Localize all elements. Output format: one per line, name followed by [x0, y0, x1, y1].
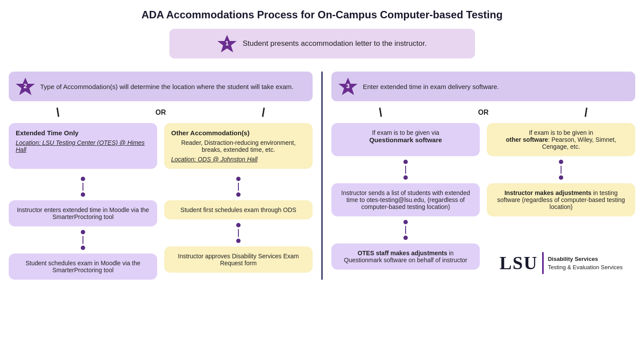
step2-badge: 2 [16, 77, 35, 96]
flow-box-1a: Instructor enters extended time in Moodl… [9, 200, 157, 226]
right-column: 3 Enter extended time in exam delivery s… [323, 72, 635, 280]
other-accommodation-body1: Reader, Distraction-reducing environment… [171, 139, 306, 153]
right-arrow-left: / [377, 106, 385, 120]
left-option-boxes: Extended Time Only Location: LSU Testing… [9, 123, 313, 169]
step1-badge: 1 [217, 34, 237, 53]
other-software-rest: : Pearson, Wiley, Simnet, Cengage, etc. [542, 136, 616, 150]
lsu-logo-area: LSU Disability Services Testing & Evalua… [499, 252, 623, 274]
instructor-makes-bold: Instructor makes adjustments [504, 189, 591, 196]
other-software-flow: Instructor makes adjustments in testing … [487, 156, 635, 274]
otes-bold: OTES staff makes adjustments [358, 250, 447, 257]
left-arrow-left: / [54, 106, 62, 120]
extended-time-location: Location: LSU Testing Center (OTES) @ Hi… [16, 139, 150, 153]
lsu-logo-desc: Disability Services Testing & Evaluation… [548, 255, 623, 272]
right-or-row: / OR \ [331, 106, 635, 120]
flow-box-2b: Instructor approves Disability Services … [164, 247, 313, 273]
other-accommodation-flow: Student first schedules exam through ODS… [164, 173, 313, 280]
extended-time-title: Extended Time Only [16, 129, 150, 137]
left-arrow-right: \ [259, 106, 267, 120]
right-flow-1a: Instructor sends a list of students with… [331, 183, 480, 216]
step3-badge: 3 [338, 77, 358, 96]
other-accommodation-location: Location: ODS @ Johnston Hall [171, 156, 306, 163]
connector4 [236, 221, 241, 245]
other-accommodation-box: Other Accommodation(s) Reader, Distracti… [164, 123, 313, 169]
step1-banner: 1 Student presents accommodation letter … [169, 29, 475, 58]
step1-text: Student presents accommodation letter to… [243, 39, 427, 48]
extended-time-box: Extended Time Only Location: LSU Testing… [9, 123, 157, 169]
left-flow-area: Instructor enters extended time in Moodl… [9, 173, 313, 280]
questionmark-box: If exam is to be given via Questionmark … [331, 123, 480, 156]
flow-box-2a: Student first schedules exam through ODS [164, 200, 313, 219]
right-flow-2a: Instructor makes adjustments in testing … [487, 183, 635, 216]
svg-text:3: 3 [346, 82, 350, 89]
other-software-text1: If exam is to be given in [494, 129, 628, 136]
page-title: ADA Accommodations Process for On-Campus… [9, 9, 635, 21]
right-or-label: OR [478, 109, 489, 116]
step3-text: Enter extended time in exam delivery sof… [363, 83, 499, 90]
connector3 [236, 175, 241, 199]
left-column: 2 Type of Accommodation(s) will determin… [9, 72, 323, 280]
other-accommodation-title: Other Accommodation(s) [171, 129, 306, 137]
right-option-boxes: If exam is to be given via Questionmark … [331, 123, 635, 156]
flow-box-1b: Student schedules exam in Moodle via the… [9, 253, 157, 280]
extended-time-flow: Instructor enters extended time in Moodl… [9, 173, 157, 280]
right-flow-area: Instructor sends a list of students with… [331, 156, 635, 274]
other-software-bold: other software [506, 136, 548, 143]
lsu-logo-text: LSU [499, 253, 538, 274]
right-arrow-right: \ [582, 106, 590, 120]
step2-text: Type of Accommodation(s) will determine … [40, 83, 293, 90]
questionmark-text2: Questionmark software [338, 136, 473, 144]
lsu-desc2: Testing & Evaluation Services [548, 264, 623, 271]
questionmark-text1: If exam is to be given via [338, 129, 473, 136]
other-software-box: If exam is to be given in other software… [487, 123, 635, 156]
step2-header: 2 Type of Accommodation(s) will determin… [9, 72, 313, 101]
connector2 [81, 228, 85, 252]
left-or-row: / OR \ [9, 106, 313, 120]
connector1 [81, 175, 85, 199]
lsu-desc1: Disability Services [548, 255, 623, 264]
right-flow-1b: OTES staff makes adjustments in Question… [331, 243, 480, 270]
svg-text:2: 2 [24, 82, 27, 89]
right-connector1 [403, 158, 408, 182]
step3-header: 3 Enter extended time in exam delivery s… [331, 72, 635, 101]
left-or-label: OR [155, 109, 166, 116]
right-connector3 [559, 158, 563, 182]
svg-text:1: 1 [225, 40, 229, 47]
lsu-logo-divider [542, 252, 544, 274]
questionmark-flow: Instructor sends a list of students with… [331, 156, 480, 274]
main-layout: 2 Type of Accommodation(s) will determin… [9, 72, 635, 280]
right-connector2 [403, 218, 408, 242]
